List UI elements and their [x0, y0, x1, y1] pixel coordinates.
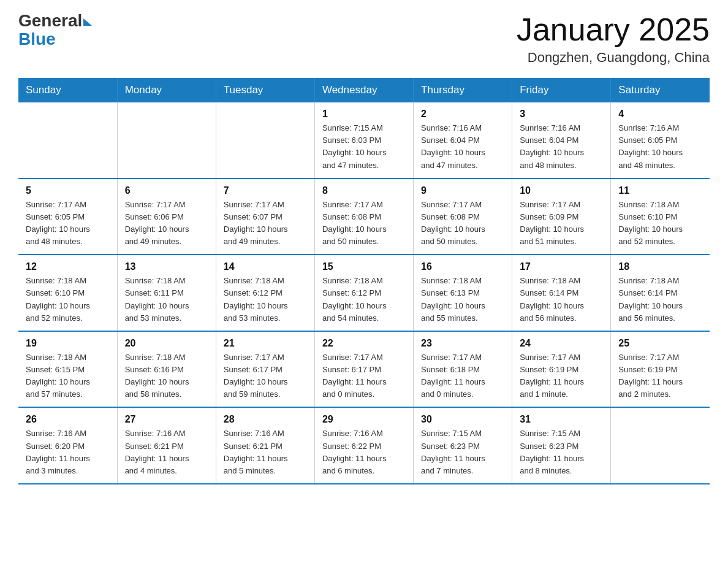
day-info: Sunrise: 7:17 AM Sunset: 6:19 PM Dayligh…	[520, 351, 603, 401]
calendar-cell: 14Sunrise: 7:18 AM Sunset: 6:12 PM Dayli…	[216, 255, 314, 331]
calendar-cell: 4Sunrise: 7:16 AM Sunset: 6:05 PM Daylig…	[611, 102, 710, 178]
logo-blue-text: Blue	[18, 29, 56, 49]
day-info: Sunrise: 7:17 AM Sunset: 6:19 PM Dayligh…	[618, 351, 702, 401]
calendar-cell: 21Sunrise: 7:17 AM Sunset: 6:17 PM Dayli…	[216, 331, 314, 408]
calendar-cell: 19Sunrise: 7:18 AM Sunset: 6:15 PM Dayli…	[18, 331, 117, 408]
day-info: Sunrise: 7:17 AM Sunset: 6:05 PM Dayligh…	[26, 199, 110, 248]
calendar-cell	[611, 407, 710, 484]
day-number: 14	[224, 261, 307, 272]
day-info: Sunrise: 7:16 AM Sunset: 6:04 PM Dayligh…	[520, 122, 603, 172]
calendar-cell: 28Sunrise: 7:16 AM Sunset: 6:21 PM Dayli…	[216, 407, 314, 484]
weekday-header-monday: Monday	[117, 78, 216, 102]
day-info: Sunrise: 7:15 AM Sunset: 6:23 PM Dayligh…	[421, 427, 504, 477]
day-number: 13	[125, 261, 208, 272]
calendar-cell: 15Sunrise: 7:18 AM Sunset: 6:12 PM Dayli…	[314, 255, 413, 331]
day-number: 7	[224, 185, 307, 196]
calendar-cell: 10Sunrise: 7:17 AM Sunset: 6:09 PM Dayli…	[512, 178, 611, 255]
page-header: General Blue January 2025 Dongzhen, Guan…	[18, 12, 710, 66]
calendar-cell	[117, 102, 216, 178]
day-info: Sunrise: 7:16 AM Sunset: 6:21 PM Dayligh…	[125, 427, 208, 477]
day-info: Sunrise: 7:17 AM Sunset: 6:07 PM Dayligh…	[224, 199, 307, 248]
calendar-week-row: 19Sunrise: 7:18 AM Sunset: 6:15 PM Dayli…	[18, 331, 710, 408]
calendar-cell: 24Sunrise: 7:17 AM Sunset: 6:19 PM Dayli…	[512, 331, 611, 408]
calendar-cell: 6Sunrise: 7:17 AM Sunset: 6:06 PM Daylig…	[117, 178, 216, 255]
month-title: January 2025	[517, 12, 710, 47]
day-info: Sunrise: 7:18 AM Sunset: 6:16 PM Dayligh…	[125, 351, 208, 401]
day-number: 2	[421, 109, 504, 120]
title-section: January 2025 Dongzhen, Guangdong, China	[517, 12, 710, 66]
calendar-cell: 13Sunrise: 7:18 AM Sunset: 6:11 PM Dayli…	[117, 255, 216, 331]
day-info: Sunrise: 7:16 AM Sunset: 6:04 PM Dayligh…	[421, 122, 504, 172]
day-number: 28	[224, 414, 307, 425]
day-info: Sunrise: 7:17 AM Sunset: 6:08 PM Dayligh…	[322, 199, 406, 248]
calendar-cell: 29Sunrise: 7:16 AM Sunset: 6:22 PM Dayli…	[314, 407, 413, 484]
calendar-cell: 8Sunrise: 7:17 AM Sunset: 6:08 PM Daylig…	[314, 178, 413, 255]
logo: General Blue	[18, 12, 92, 49]
day-number: 5	[26, 185, 110, 196]
day-number: 1	[322, 109, 406, 120]
calendar-table: SundayMondayTuesdayWednesdayThursdayFrid…	[18, 78, 710, 484]
calendar-cell: 30Sunrise: 7:15 AM Sunset: 6:23 PM Dayli…	[414, 407, 512, 484]
calendar-week-row: 1Sunrise: 7:15 AM Sunset: 6:03 PM Daylig…	[18, 102, 710, 178]
day-info: Sunrise: 7:18 AM Sunset: 6:11 PM Dayligh…	[125, 275, 208, 324]
day-number: 15	[322, 261, 406, 272]
calendar-cell: 3Sunrise: 7:16 AM Sunset: 6:04 PM Daylig…	[512, 102, 611, 178]
day-number: 29	[322, 414, 406, 425]
weekday-header-thursday: Thursday	[414, 78, 512, 102]
calendar-week-row: 12Sunrise: 7:18 AM Sunset: 6:10 PM Dayli…	[18, 255, 710, 331]
day-number: 25	[618, 338, 702, 349]
calendar-cell: 23Sunrise: 7:17 AM Sunset: 6:18 PM Dayli…	[414, 331, 512, 408]
day-number: 23	[421, 338, 504, 349]
calendar-cell: 2Sunrise: 7:16 AM Sunset: 6:04 PM Daylig…	[414, 102, 512, 178]
calendar-cell	[216, 102, 314, 178]
day-info: Sunrise: 7:15 AM Sunset: 6:03 PM Dayligh…	[322, 122, 406, 172]
day-number: 12	[26, 261, 110, 272]
calendar-week-row: 26Sunrise: 7:16 AM Sunset: 6:20 PM Dayli…	[18, 407, 710, 484]
calendar-cell: 20Sunrise: 7:18 AM Sunset: 6:16 PM Dayli…	[117, 331, 216, 408]
day-number: 3	[520, 109, 603, 120]
location-text: Dongzhen, Guangdong, China	[517, 50, 710, 66]
day-number: 31	[520, 414, 603, 425]
day-number: 27	[125, 414, 208, 425]
day-info: Sunrise: 7:16 AM Sunset: 6:21 PM Dayligh…	[224, 427, 307, 477]
calendar-cell: 22Sunrise: 7:17 AM Sunset: 6:17 PM Dayli…	[314, 331, 413, 408]
day-info: Sunrise: 7:16 AM Sunset: 6:20 PM Dayligh…	[26, 427, 110, 477]
day-info: Sunrise: 7:18 AM Sunset: 6:15 PM Dayligh…	[26, 351, 110, 401]
calendar-cell	[18, 102, 117, 178]
calendar-cell: 11Sunrise: 7:18 AM Sunset: 6:10 PM Dayli…	[611, 178, 710, 255]
calendar-cell: 27Sunrise: 7:16 AM Sunset: 6:21 PM Dayli…	[117, 407, 216, 484]
calendar-week-row: 5Sunrise: 7:17 AM Sunset: 6:05 PM Daylig…	[18, 178, 710, 255]
day-info: Sunrise: 7:18 AM Sunset: 6:14 PM Dayligh…	[520, 275, 603, 324]
calendar-body: 1Sunrise: 7:15 AM Sunset: 6:03 PM Daylig…	[18, 102, 710, 484]
calendar-cell: 26Sunrise: 7:16 AM Sunset: 6:20 PM Dayli…	[18, 407, 117, 484]
day-number: 16	[421, 261, 504, 272]
day-info: Sunrise: 7:18 AM Sunset: 6:12 PM Dayligh…	[224, 275, 307, 324]
calendar-header: SundayMondayTuesdayWednesdayThursdayFrid…	[18, 78, 710, 102]
day-number: 20	[125, 338, 208, 349]
day-number: 11	[618, 185, 702, 196]
day-info: Sunrise: 7:17 AM Sunset: 6:06 PM Dayligh…	[125, 199, 208, 248]
day-info: Sunrise: 7:18 AM Sunset: 6:10 PM Dayligh…	[618, 199, 702, 248]
weekday-header-sunday: Sunday	[18, 78, 117, 102]
calendar-cell: 5Sunrise: 7:17 AM Sunset: 6:05 PM Daylig…	[18, 178, 117, 255]
day-number: 6	[125, 185, 208, 196]
calendar-cell: 31Sunrise: 7:15 AM Sunset: 6:23 PM Dayli…	[512, 407, 611, 484]
logo-general-text: General	[18, 12, 82, 29]
day-info: Sunrise: 7:18 AM Sunset: 6:10 PM Dayligh…	[26, 275, 110, 324]
day-info: Sunrise: 7:18 AM Sunset: 6:12 PM Dayligh…	[322, 275, 406, 324]
day-number: 4	[618, 109, 702, 120]
day-number: 17	[520, 261, 603, 272]
calendar-cell: 16Sunrise: 7:18 AM Sunset: 6:13 PM Dayli…	[414, 255, 512, 331]
calendar-cell: 17Sunrise: 7:18 AM Sunset: 6:14 PM Dayli…	[512, 255, 611, 331]
weekday-header-saturday: Saturday	[611, 78, 710, 102]
day-number: 30	[421, 414, 504, 425]
day-info: Sunrise: 7:17 AM Sunset: 6:17 PM Dayligh…	[224, 351, 307, 401]
logo-arrow-icon	[83, 18, 92, 26]
day-number: 26	[26, 414, 110, 425]
day-info: Sunrise: 7:17 AM Sunset: 6:09 PM Dayligh…	[520, 199, 603, 248]
day-number: 24	[520, 338, 603, 349]
day-number: 10	[520, 185, 603, 196]
day-info: Sunrise: 7:15 AM Sunset: 6:23 PM Dayligh…	[520, 427, 603, 477]
calendar-cell: 9Sunrise: 7:17 AM Sunset: 6:08 PM Daylig…	[414, 178, 512, 255]
weekday-header-row: SundayMondayTuesdayWednesdayThursdayFrid…	[18, 78, 710, 102]
